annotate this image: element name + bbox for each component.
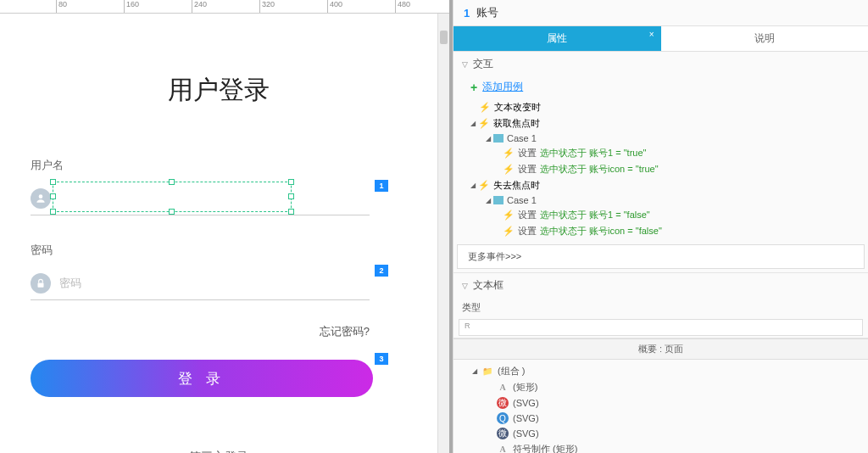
bolt-icon: ⚡ bbox=[503, 210, 515, 221]
action-row[interactable]: ⚡ 设置 选中状态于 账号icon = "true" bbox=[453, 161, 868, 177]
inspector-header: 1 账号 bbox=[453, 0, 868, 26]
resize-handle[interactable] bbox=[50, 179, 56, 185]
case-row[interactable]: ◢ Case 1 bbox=[453, 131, 868, 145]
footnote-badge[interactable]: 1 bbox=[375, 180, 388, 192]
case-icon bbox=[493, 196, 504, 204]
page-title[interactable]: 用户登录 bbox=[0, 73, 437, 108]
more-events-button[interactable]: 更多事件>>> bbox=[457, 244, 865, 269]
footnote-badge[interactable]: 2 bbox=[375, 265, 388, 277]
svg-icon: 微 bbox=[497, 397, 509, 409]
widget-name[interactable]: 账号 bbox=[476, 5, 498, 20]
password-placeholder: 密码 bbox=[59, 276, 81, 291]
type-label: 类型 bbox=[453, 298, 868, 317]
inspector-panel: 1 账号 属性 说明 ▽ 交互 + 添加用例 ⚡ 文本改变时 ◢ ⚡ 获取焦点时 bbox=[453, 0, 868, 453]
footnote-badge[interactable]: 3 bbox=[375, 353, 388, 365]
outline-item[interactable]: A符号制作 (矩形) bbox=[453, 441, 868, 453]
bolt-icon: ⚡ bbox=[503, 226, 515, 238]
chevron-down-icon: ◢ bbox=[486, 197, 491, 204]
outline-item[interactable]: 微(SVG) bbox=[453, 395, 868, 411]
password-label: 密码 bbox=[31, 243, 370, 258]
login-button[interactable]: 登 录 bbox=[31, 360, 373, 397]
user-icon bbox=[31, 188, 51, 209]
outline-item[interactable]: ◢📁(组合 ) bbox=[453, 363, 868, 379]
action-row[interactable]: ⚡ 设置 选中状态于 账号1 = "true" bbox=[453, 145, 868, 161]
bolt-icon: ⚡ bbox=[503, 164, 515, 176]
chevron-down-icon: ◢ bbox=[470, 120, 476, 127]
bolt-icon: ⚡ bbox=[478, 180, 490, 192]
svg-icon: 微 bbox=[497, 428, 509, 439]
selection-box[interactable] bbox=[53, 182, 292, 212]
resize-handle[interactable] bbox=[288, 179, 294, 185]
password-group[interactable]: 密码 密码 bbox=[31, 243, 370, 300]
text-icon: A bbox=[497, 382, 509, 394]
event-focus-out[interactable]: ◢ ⚡ 失去焦点时 bbox=[453, 177, 868, 193]
outline-item[interactable]: Q(SVG) bbox=[453, 411, 868, 426]
type-dropdown[interactable]: R bbox=[459, 319, 863, 336]
widget-number: 1 bbox=[464, 7, 470, 20]
design-surface[interactable]: 用户登录 用户名 1 2 3 密码 bbox=[0, 14, 437, 453]
lock-icon bbox=[31, 273, 51, 294]
add-case-button[interactable]: + 添加用例 bbox=[453, 76, 868, 98]
resize-handle[interactable] bbox=[50, 193, 56, 199]
design-canvas[interactable]: 80 160 240 320 400 480 用户登录 用户名 bbox=[0, 0, 449, 453]
action-row[interactable]: ⚡ 设置 选中状态于 账号icon = "false" bbox=[453, 223, 868, 239]
case-row[interactable]: ◢ Case 1 bbox=[453, 193, 868, 207]
password-input[interactable]: 密码 bbox=[31, 266, 370, 300]
bolt-icon: ⚡ bbox=[478, 118, 490, 130]
svg-icon: Q bbox=[497, 412, 509, 424]
scrollbar-thumb[interactable] bbox=[440, 31, 448, 44]
resize-handle[interactable] bbox=[169, 179, 175, 185]
vertical-scrollbar[interactable] bbox=[437, 14, 449, 453]
tab-properties[interactable]: 属性 bbox=[453, 26, 661, 51]
resize-handle[interactable] bbox=[50, 209, 56, 215]
text-icon: A bbox=[497, 444, 509, 454]
event-focus-in[interactable]: ◢ ⚡ 获取焦点时 bbox=[453, 115, 868, 131]
tab-notes[interactable]: 说明 bbox=[661, 26, 869, 51]
horizontal-ruler: 80 160 240 320 400 480 bbox=[0, 0, 449, 14]
chevron-down-icon: ▽ bbox=[462, 282, 468, 290]
chevron-down-icon: ◢ bbox=[486, 135, 491, 143]
plus-icon: + bbox=[470, 81, 477, 94]
action-row[interactable]: ⚡ 设置 选中状态于 账号1 = "false" bbox=[453, 207, 868, 223]
third-party-label: 第三方登录 bbox=[0, 450, 437, 453]
outline-item[interactable]: A(矩形) bbox=[453, 379, 868, 395]
svg-point-0 bbox=[39, 194, 43, 199]
inspector-tabs: 属性 说明 bbox=[453, 26, 868, 52]
section-interactions[interactable]: ▽ 交互 bbox=[453, 52, 868, 76]
chevron-down-icon: ◢ bbox=[470, 182, 476, 189]
outline-header: 概要 : 页面 bbox=[453, 338, 868, 360]
outline-tree[interactable]: ◢📁(组合 ) A(矩形) 微(SVG) Q(SVG) 微(SVG) A符号制作… bbox=[453, 360, 868, 453]
folder-icon: 📁 bbox=[481, 366, 493, 378]
chevron-down-icon: ▽ bbox=[462, 60, 468, 69]
svg-rect-1 bbox=[38, 282, 44, 287]
forgot-password-link[interactable]: 忘记密码? bbox=[320, 324, 370, 339]
resize-handle[interactable] bbox=[288, 193, 294, 199]
bolt-icon: ⚡ bbox=[503, 148, 515, 159]
bolt-icon: ⚡ bbox=[479, 102, 491, 114]
outline-item[interactable]: 微(SVG) bbox=[453, 426, 868, 441]
event-text-change[interactable]: ⚡ 文本改变时 bbox=[453, 99, 868, 115]
username-label: 用户名 bbox=[31, 158, 370, 173]
resize-handle[interactable] bbox=[169, 209, 175, 215]
case-icon bbox=[493, 134, 504, 143]
section-textbox[interactable]: ▽ 文本框 bbox=[453, 273, 868, 298]
resize-handle[interactable] bbox=[288, 209, 294, 215]
